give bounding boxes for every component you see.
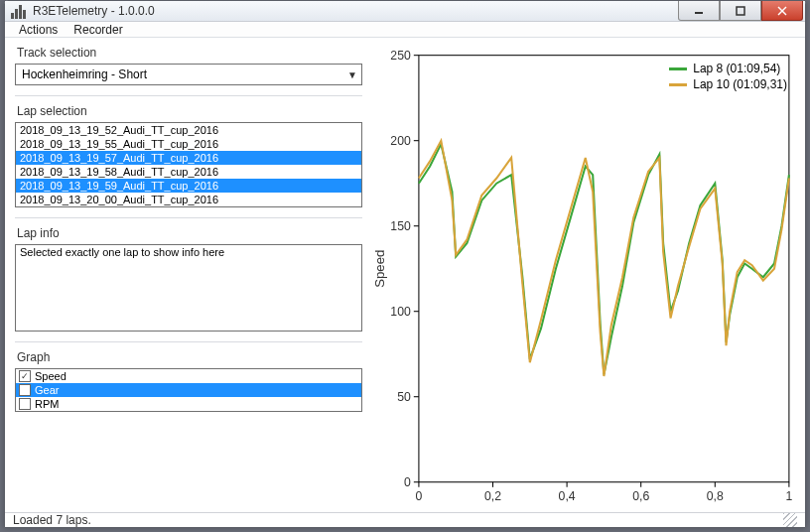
svg-rect-1	[737, 7, 744, 15]
track-combo[interactable]: Hockenheimring - Short ▼	[15, 64, 362, 85]
svg-rect-4	[419, 56, 789, 482]
graph-checklist[interactable]: ✓SpeedGearRPM	[15, 368, 362, 412]
svg-text:150: 150	[390, 219, 411, 233]
checkbox-icon[interactable]	[19, 398, 31, 410]
track-combo-value: Hockenheimring - Short	[22, 67, 147, 81]
svg-text:200: 200	[390, 134, 411, 148]
left-panel: Track selection Hockenheimring - Short ▼…	[15, 44, 362, 512]
legend-label: Lap 8 (01:09,54)	[693, 62, 780, 75]
legend-swatch	[669, 83, 687, 86]
svg-text:0,2: 0,2	[484, 489, 501, 503]
menubar: Actions Recorder	[5, 22, 805, 38]
lap-list-item[interactable]: 2018_09_13_19_55_Audi_TT_cup_2016	[16, 137, 361, 151]
resize-grip[interactable]	[783, 513, 797, 527]
chart-legend: Lap 8 (01:09,54)Lap 10 (01:09,31)	[669, 62, 787, 93]
svg-text:0: 0	[416, 489, 423, 503]
lap-list-item[interactable]: 2018_09_13_19_52_Audi_TT_cup_2016	[16, 123, 361, 137]
maximize-button[interactable]	[720, 1, 761, 21]
graph-option-label: Gear	[35, 384, 59, 396]
legend-row: Lap 10 (01:09,31)	[669, 77, 787, 91]
app-window: R3ETelemetry - 1.0.0.0 Actions Recorder …	[4, 0, 806, 528]
chart-area: 05010015020025000,20,40,60,81Speed Lap 8…	[370, 44, 795, 512]
window-title: R3ETelemetry - 1.0.0.0	[33, 4, 678, 18]
track-selection-label: Track selection	[17, 46, 360, 60]
content: Track selection Hockenheimring - Short ▼…	[5, 38, 805, 512]
graph-option[interactable]: Gear	[16, 383, 361, 397]
lap-info-text: Selected exactly one lap to show info he…	[20, 246, 224, 258]
checkbox-icon[interactable]: ✓	[19, 370, 31, 382]
chevron-down-icon: ▼	[347, 69, 357, 80]
lap-info-box: Selected exactly one lap to show info he…	[15, 244, 362, 332]
graph-option[interactable]: ✓Speed	[16, 369, 361, 383]
menu-actions[interactable]: Actions	[19, 23, 58, 37]
legend-swatch	[669, 67, 687, 70]
window-controls	[678, 1, 803, 21]
graph-option[interactable]: RPM	[16, 397, 361, 411]
svg-text:50: 50	[397, 390, 411, 404]
graph-option-label: RPM	[35, 398, 59, 410]
lap-list-item[interactable]: 2018_09_13_20_00_Audi_TT_cup_2016	[16, 193, 361, 206]
svg-text:0,4: 0,4	[559, 489, 576, 503]
statusbar: Loaded 7 laps.	[5, 512, 805, 527]
legend-label: Lap 10 (01:09,31)	[693, 77, 787, 91]
close-button[interactable]	[761, 1, 803, 21]
lap-list-item[interactable]: 2018_09_13_19_58_Audi_TT_cup_2016	[16, 165, 361, 179]
svg-text:0,8: 0,8	[707, 489, 724, 503]
titlebar: R3ETelemetry - 1.0.0.0	[5, 1, 805, 22]
svg-text:250: 250	[390, 49, 411, 63]
graph-option-label: Speed	[35, 370, 67, 382]
checkbox-icon[interactable]	[19, 384, 31, 396]
svg-text:1: 1	[785, 489, 792, 503]
lap-list-item[interactable]: 2018_09_13_19_59_Audi_TT_cup_2016	[16, 179, 361, 193]
legend-row: Lap 8 (01:09,54)	[669, 62, 787, 75]
svg-text:0: 0	[404, 475, 411, 489]
app-icon	[11, 3, 27, 19]
svg-text:100: 100	[390, 305, 411, 319]
speed-chart: 05010015020025000,20,40,60,81Speed	[370, 44, 795, 512]
status-text: Loaded 7 laps.	[13, 513, 91, 527]
lap-list[interactable]: 2018_09_13_19_52_Audi_TT_cup_20162018_09…	[15, 122, 362, 207]
lap-selection-label: Lap selection	[17, 104, 360, 118]
graph-group-label: Graph	[17, 350, 360, 364]
svg-text:0,6: 0,6	[632, 489, 649, 503]
lap-list-item[interactable]: 2018_09_13_19_57_Audi_TT_cup_2016	[16, 151, 361, 165]
menu-recorder[interactable]: Recorder	[73, 23, 122, 37]
lap-info-label: Lap info	[17, 226, 360, 240]
minimize-button[interactable]	[678, 1, 720, 21]
svg-text:Speed: Speed	[372, 250, 387, 288]
